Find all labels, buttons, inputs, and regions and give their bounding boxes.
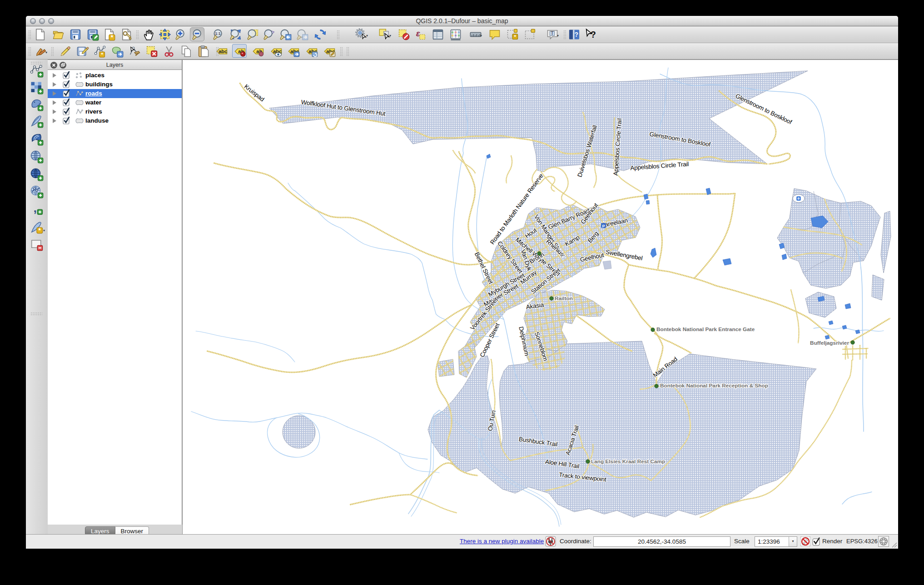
svg-text:,: , (34, 203, 37, 214)
svg-text:P: P (602, 224, 605, 228)
svg-text:Swellengrebel: Swellengrebel (605, 248, 643, 262)
svg-text:*: * (514, 34, 517, 40)
svg-text:T: T (551, 30, 554, 36)
svg-text:?: ? (574, 31, 578, 38)
svg-text:*: * (111, 34, 114, 41)
svg-text:Glenstroom to Boskloof: Glenstroom to Boskloof (735, 92, 793, 125)
svg-text:Bontebok National Park Entranc: Bontebok National Park Entrance Gate (656, 326, 755, 332)
svg-text:Bontebok National Park Recepti: Bontebok National Park Reception & Shop (660, 382, 768, 389)
svg-text:abc: abc (219, 49, 227, 54)
svg-text:Buffeljagsrivier: Buffeljagsrivier (810, 340, 849, 346)
svg-text:*: * (39, 227, 41, 234)
svg-text:1:1: 1:1 (215, 31, 221, 36)
svg-text:Lang Elsies Kraal Rest Camp: Lang Elsies Kraal Rest Camp (591, 458, 665, 465)
svg-text:*: * (101, 51, 103, 57)
svg-text:?: ? (591, 30, 596, 40)
svg-text:Railton: Railton (555, 295, 573, 302)
